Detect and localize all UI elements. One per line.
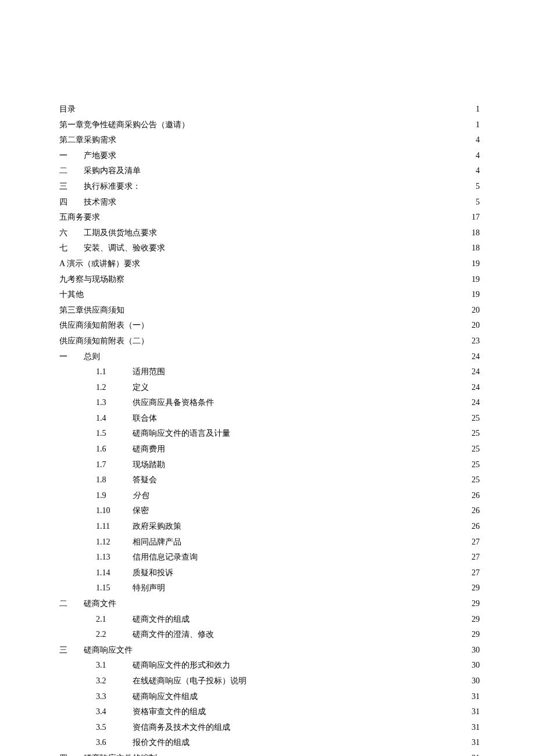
toc-prefix: 一 xyxy=(59,349,84,365)
toc-page-number: 26 xyxy=(472,503,480,519)
toc-entry: 3.4资格审查文件的组成31 xyxy=(59,704,480,720)
toc-page-number: 25 xyxy=(472,426,480,442)
toc-page-number: 24 xyxy=(472,395,480,411)
toc-label: 资信商务及技术文件的组成 xyxy=(133,720,230,736)
toc-page-number: 1 xyxy=(476,117,480,133)
toc-label: 执行标准要求： xyxy=(84,179,141,195)
toc-label: 第一章竞争性磋商采购公告（邀请） xyxy=(59,117,190,133)
toc-page-number: 4 xyxy=(476,148,480,164)
toc-entry: 第二章采购需求4 xyxy=(59,132,480,148)
toc-page-number: 31 xyxy=(472,751,480,756)
toc-page-number: 4 xyxy=(476,132,480,148)
toc-prefix: 1.14 xyxy=(96,565,133,581)
toc-page-number: 30 xyxy=(472,673,480,689)
toc-page-number: 19 xyxy=(472,287,480,303)
toc-entry: 1.3供应商应具备资格条件24 xyxy=(59,395,480,411)
toc-entry: 三磋商响应文件30 xyxy=(59,643,480,658)
toc-label: 磋商响应文件的形式和效力 xyxy=(133,658,230,673)
toc-entry: 一产地要求4 xyxy=(59,148,480,164)
toc-entry: 1.4联合体25 xyxy=(59,411,480,427)
toc-label: 答疑会 xyxy=(133,472,157,488)
toc-entry: 1.10保密26 xyxy=(59,503,480,519)
toc-entry: 四技术需求5 xyxy=(59,195,480,210)
toc-entry: 供应商须知前附表（二）23 xyxy=(59,334,480,349)
toc-page-number: 30 xyxy=(472,643,480,658)
toc-prefix: 二 xyxy=(59,163,84,179)
toc-prefix: 四 xyxy=(59,195,84,210)
toc-entry: 供应商须知前附表（一）20 xyxy=(59,318,480,334)
toc-prefix: 3.1 xyxy=(96,658,133,673)
toc-entry: 第三章供应商须知20 xyxy=(59,303,480,318)
toc-page-number: 19 xyxy=(472,256,480,272)
toc-label: A 演示（或讲解）要求 xyxy=(59,256,140,272)
toc-entry: 3.3磋商响应文件组成31 xyxy=(59,689,480,705)
toc-page-number: 29 xyxy=(472,596,480,612)
toc-prefix: 3.4 xyxy=(96,704,133,720)
toc-page-number: 25 xyxy=(472,411,480,427)
toc-label: 总则 xyxy=(84,349,100,365)
toc-entry: 1.15特别声明29 xyxy=(59,581,480,596)
toc-page-number: 5 xyxy=(476,195,480,210)
toc-entry: 九考察与现场勘察19 xyxy=(59,272,480,288)
toc-page-number: 27 xyxy=(472,535,480,550)
toc-entry: 1.9分包26 xyxy=(59,488,480,504)
toc-prefix: 1.7 xyxy=(96,457,133,473)
toc-page-number: 24 xyxy=(472,380,480,396)
toc-label: 供应商须知前附表（二） xyxy=(59,334,149,349)
toc-page-number: 27 xyxy=(472,565,480,581)
toc-prefix: 二 xyxy=(59,596,84,612)
toc-entry: 六工期及供货地点要求18 xyxy=(59,225,480,241)
toc-label: 报价文件的组成 xyxy=(133,735,190,751)
toc-label: 第二章采购需求 xyxy=(59,132,116,148)
toc-label: 第三章供应商须知 xyxy=(59,303,124,318)
toc-prefix: 3.6 xyxy=(96,735,133,751)
toc-label: 资格审查文件的组成 xyxy=(133,704,206,720)
toc-prefix: 3.5 xyxy=(96,720,133,736)
toc-entry: 1.6磋商费用25 xyxy=(59,442,480,457)
toc-entry: 1.12相同品牌产品27 xyxy=(59,535,480,550)
toc-entry: 1.5磋商响应文件的语言及计量25 xyxy=(59,426,480,442)
toc-entry: 十其他19 xyxy=(59,287,480,303)
toc-page-number: 26 xyxy=(472,488,480,504)
toc-label: 采购内容及清单 xyxy=(84,163,141,179)
toc-label: 政府采购政策 xyxy=(133,519,181,535)
toc-prefix: 一 xyxy=(59,148,84,164)
toc-entry: 1.7现场踏勘25 xyxy=(59,457,480,473)
toc-label: 十其他 xyxy=(59,287,84,303)
toc-prefix: 六 xyxy=(59,225,84,241)
table-of-contents: 目录1第一章竞争性磋商采购公告（邀请）1第二章采购需求4一产地要求4二采购内容及… xyxy=(59,102,480,756)
toc-prefix: 1.13 xyxy=(96,550,133,565)
toc-prefix: 2.2 xyxy=(96,627,133,643)
toc-label: 磋商响应文件 xyxy=(84,643,133,658)
toc-label: 质疑和投诉 xyxy=(133,565,173,581)
toc-label: 分包 xyxy=(133,488,149,504)
toc-label: 磋商文件 xyxy=(84,596,116,612)
toc-entry: 七安装、调试、验收要求18 xyxy=(59,241,480,256)
toc-prefix: 三 xyxy=(59,643,84,658)
toc-prefix: 1.4 xyxy=(96,411,133,427)
toc-page-number: 1 xyxy=(476,102,480,117)
toc-page-number: 26 xyxy=(472,519,480,535)
toc-prefix: 1.8 xyxy=(96,472,133,488)
toc-label: 技术需求 xyxy=(84,195,116,210)
toc-label: 安装、调试、验收要求 xyxy=(84,241,165,256)
toc-entry: 1.13信用信息记录查询27 xyxy=(59,550,480,565)
toc-prefix: 四 xyxy=(59,751,84,756)
toc-label: 磋商响应文件的语言及计量 xyxy=(133,426,230,442)
toc-entry: 四磋商响应文件的编制31 xyxy=(59,751,480,756)
toc-label: 磋商响应文件组成 xyxy=(133,689,198,705)
toc-entry: 三执行标准要求：5 xyxy=(59,179,480,195)
toc-entry: A 演示（或讲解）要求19 xyxy=(59,256,480,272)
toc-prefix: 1.6 xyxy=(96,442,133,457)
toc-prefix: 1.2 xyxy=(96,380,133,396)
toc-page-number: 25 xyxy=(472,457,480,473)
toc-page-number: 30 xyxy=(472,658,480,673)
toc-prefix: 1.15 xyxy=(96,581,133,596)
toc-page-number: 4 xyxy=(476,163,480,179)
toc-entry: 二磋商文件29 xyxy=(59,596,480,612)
toc-page-number: 31 xyxy=(472,720,480,736)
toc-page-number: 20 xyxy=(472,318,480,334)
toc-label: 供应商应具备资格条件 xyxy=(133,395,214,411)
toc-prefix: 1.11 xyxy=(96,519,133,535)
toc-page-number: 20 xyxy=(472,303,480,318)
